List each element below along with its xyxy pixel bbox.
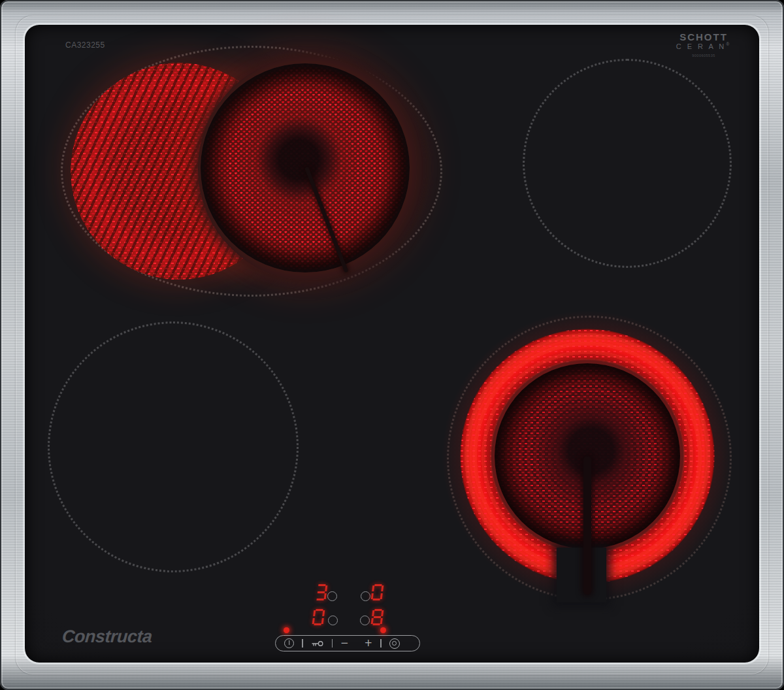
schott-logo-line2: C E R A N® [664,42,743,50]
digit-back-left [314,584,327,600]
led-indicator-right [380,627,386,633]
cooktop-glass: CA323255 SCHOTT C E R A N® 9000605535 Co… [25,25,759,663]
led-indicator-left [284,627,289,633]
burner-front-right-sensor-rod [583,456,591,595]
cooktop-photo: CA323255 SCHOTT C E R A N® 9000605535 Co… [0,0,784,690]
divider [332,639,333,648]
dual-zone-icon [389,638,400,649]
dual-zone-button[interactable] [386,636,403,651]
zone-select-front-left[interactable] [328,616,338,625]
schott-logo-line1: SCHOTT [664,31,743,42]
burner-front-right-terminal-gap [557,548,606,602]
digit-front-right [370,609,384,625]
power-icon [284,638,294,648]
key-icon [311,640,324,648]
power-button[interactable] [281,636,297,651]
registered-mark: ® [726,42,731,46]
divider [380,639,382,648]
digit-front-left [312,609,325,625]
constructa-logo: Constructa [61,627,153,647]
divider [302,639,303,648]
glass-part-number: 9000605535 [664,54,743,58]
zone-select-back-left[interactable] [327,591,337,601]
minus-button[interactable]: − [337,636,352,651]
digit-back-right [370,584,384,600]
child-lock-button[interactable] [308,636,327,651]
schott-ceran-logo: SCHOTT C E R A N® 9000605535 [664,31,743,58]
zone-select-back-right[interactable] [361,591,370,601]
burner-back-right [523,59,732,268]
model-label: CA323255 [65,41,105,50]
burner-front-left [48,321,299,572]
plus-button[interactable]: + [361,636,376,651]
zone-select-front-right[interactable] [360,616,370,625]
touch-control-panel: − + [275,635,420,651]
